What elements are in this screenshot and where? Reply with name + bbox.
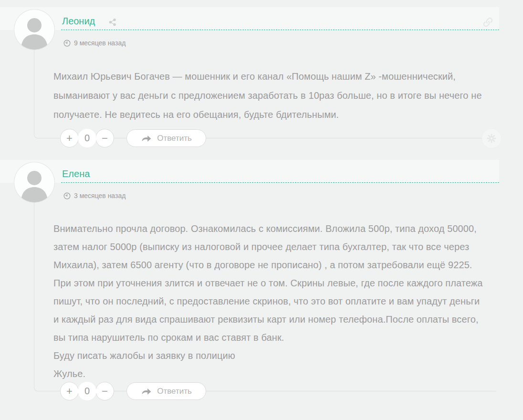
comment-card: Леонид xyxy=(0,0,523,153)
upvote-button[interactable]: + xyxy=(60,382,79,400)
downvote-button[interactable]: − xyxy=(95,382,114,400)
header-divider xyxy=(61,30,499,30)
comment-body: Внимательно прочла договор. Ознакомилась… xyxy=(53,220,485,383)
vote-count: 0 xyxy=(78,382,96,400)
downvote-button[interactable]: − xyxy=(95,129,114,147)
author-name[interactable]: Леонид xyxy=(62,16,95,27)
person-icon xyxy=(14,10,54,50)
person-icon xyxy=(14,162,54,202)
comment-timestamp: 9 месяцев назад xyxy=(74,39,126,47)
avatar xyxy=(14,10,54,50)
action-connector xyxy=(114,391,127,391)
comment-timestamp: 3 месяцев назад xyxy=(74,192,126,200)
avatar xyxy=(14,162,54,202)
permalink-icon[interactable] xyxy=(482,17,493,28)
reply-label: Ответить xyxy=(157,387,192,396)
clock-icon xyxy=(63,192,71,200)
clock-icon xyxy=(63,40,71,47)
settings-button[interactable] xyxy=(482,129,501,148)
action-line xyxy=(206,391,496,391)
reply-label: Ответить xyxy=(157,134,192,143)
action-line xyxy=(206,138,483,138)
comment-actions: + 0 − Ответить xyxy=(0,129,523,148)
header-divider xyxy=(61,182,499,183)
reply-button[interactable]: Ответить xyxy=(126,382,206,400)
vote-count: 0 xyxy=(78,129,96,147)
author-name[interactable]: Елена xyxy=(62,168,90,179)
action-connector xyxy=(114,138,127,138)
comments-page: Леонид xyxy=(0,0,523,420)
reply-arrow-icon xyxy=(141,134,152,143)
timestamp-row: 3 месяцев назад xyxy=(63,192,126,200)
upvote-button[interactable]: + xyxy=(60,129,79,147)
comment-body: Михаил Юрьевич Богачев — мошенник и его … xyxy=(53,67,485,124)
reply-arrow-icon xyxy=(141,387,152,396)
reply-button[interactable]: Ответить xyxy=(126,129,206,147)
gear-icon xyxy=(487,134,496,143)
share-icon[interactable] xyxy=(108,18,116,26)
comment-card: Елена 3 месяцев назад Внимательно прочла… xyxy=(0,153,523,420)
timestamp-row: 9 месяцев назад xyxy=(63,39,126,47)
comment-actions: + 0 − Ответить xyxy=(0,382,523,401)
